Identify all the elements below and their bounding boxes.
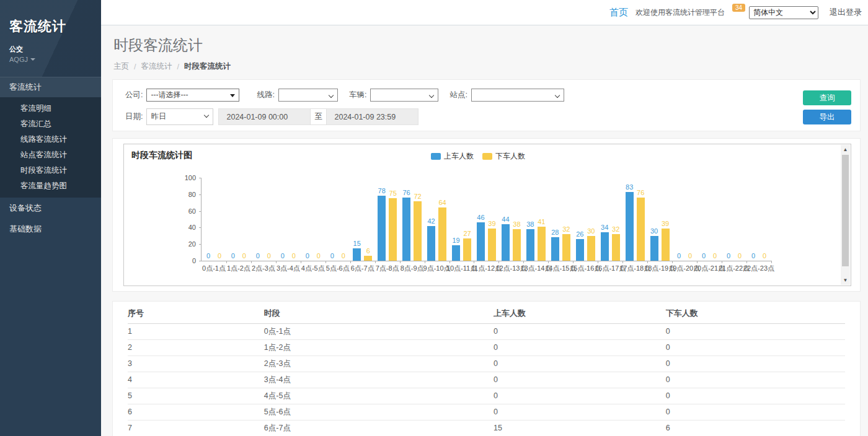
chart-vertical-scrollbar[interactable]: ▲ ▼ [841, 145, 850, 285]
bar-value-label: 0 [281, 252, 285, 259]
search-button[interactable]: 查询 [803, 90, 851, 105]
bar-value-label: 76 [637, 189, 644, 196]
sidebar-subitem[interactable]: 客流汇总 [0, 116, 101, 132]
hourly-stats-table: 序号 时段 上车人数 下车人数 10点-1点0021点-2点0032点-3点00… [128, 304, 845, 436]
vehicle-select[interactable] [370, 89, 438, 102]
bar-boarding[interactable] [526, 229, 534, 261]
y-axis-tick-label: 0 [192, 257, 196, 264]
bar-alighting[interactable] [612, 234, 620, 261]
scroll-up-arrow-icon[interactable]: ▲ [841, 145, 850, 154]
sidebar-item-base-data[interactable]: 基础数据 [0, 219, 101, 240]
bar-boarding[interactable] [452, 245, 460, 261]
chevron-down-icon [30, 58, 35, 61]
legend-item[interactable]: 下车人数 [482, 151, 525, 162]
breadcrumb-separator: / [177, 63, 179, 71]
bar-value-label: 0 [267, 252, 271, 259]
legend-item[interactable]: 上车人数 [431, 151, 474, 162]
bar-alighting[interactable] [438, 207, 446, 261]
col-header-period: 时段 [264, 304, 494, 323]
date-end-input[interactable]: 2024-01-09 23:59 [327, 108, 418, 125]
station-select[interactable] [471, 89, 564, 102]
bar-boarding[interactable] [551, 237, 559, 261]
bar-slot: 0 [215, 178, 223, 261]
bar-group: 005点-6点 [326, 178, 350, 261]
bar-slot: 0 [686, 178, 694, 261]
user-menu[interactable]: AQGJ [9, 56, 92, 63]
breadcrumb-home[interactable]: 主页 [113, 61, 129, 72]
sidebar-subitem[interactable]: 客流量趋势图 [0, 178, 101, 194]
bar-alighting[interactable] [414, 201, 422, 261]
x-axis-category-label: 7点-8点 [376, 264, 399, 273]
bar-value-label: 26 [576, 230, 583, 238]
sidebar-subitem[interactable]: 客流明细 [0, 101, 101, 116]
bar-boarding[interactable] [650, 236, 658, 261]
bar-value-label: 15 [353, 240, 361, 247]
sidebar-item-device-status[interactable]: 设备状态 [0, 198, 101, 219]
legend-label: 下车人数 [495, 151, 525, 162]
bar-slot: 0 [735, 178, 743, 261]
sidebar-subitem[interactable]: 站点客流统计 [0, 147, 101, 163]
table-cell: 0 [494, 372, 666, 388]
col-header-boarding: 上车人数 [494, 304, 666, 323]
bar-value-label: 64 [438, 199, 446, 206]
sidebar-subitem[interactable]: 线路客流统计 [0, 132, 101, 147]
bar-slot: 76 [402, 178, 410, 261]
date-start-input[interactable]: 2024-01-09 00:00 [218, 108, 310, 125]
bar-boarding[interactable] [477, 222, 485, 261]
sidebar-item-passenger-stats[interactable]: 客流统计 [0, 77, 101, 97]
bar-value-label: 0 [727, 252, 730, 259]
bar-slot: 39 [662, 178, 670, 261]
home-link[interactable]: 首页 [609, 7, 628, 19]
sidebar-subitem[interactable]: 时段客流统计 [0, 163, 101, 178]
bar-boarding[interactable] [601, 232, 609, 261]
content: 时段客流统计 主页 / 客流统计 / 时段客流统计 公司: ---请选择--- [101, 25, 868, 436]
company-select[interactable]: ---请选择--- [146, 89, 239, 102]
y-axis-tick [199, 194, 202, 195]
chevron-down-icon [555, 93, 560, 98]
breadcrumb-section[interactable]: 客流统计 [141, 61, 172, 72]
table-cell: 4点-5点 [264, 388, 494, 404]
bar-alighting[interactable] [637, 198, 645, 261]
bar-boarding[interactable] [402, 198, 410, 261]
app-logo-title: 客流统计 [0, 0, 101, 36]
bar-alighting[interactable] [364, 256, 372, 261]
bar-slot: 46 [477, 178, 485, 261]
bar-group: 0020点-21点 [697, 178, 722, 261]
bar-boarding[interactable] [502, 224, 510, 261]
bar-value-label: 44 [502, 216, 509, 223]
page-title: 时段客流统计 [113, 35, 859, 55]
date-preset-select[interactable]: 昨日 [146, 108, 213, 125]
logout-link[interactable]: 退出登录 [830, 7, 862, 18]
notification-badge[interactable]: 34 [732, 4, 745, 12]
bar-alighting[interactable] [488, 229, 496, 261]
bar-boarding[interactable] [626, 192, 634, 261]
language-select[interactable]: 简体中文 [749, 6, 818, 19]
bar-alighting[interactable] [389, 198, 397, 261]
scrollbar-thumb[interactable] [842, 155, 849, 266]
table-cell: 2 [128, 339, 264, 355]
bar-alighting[interactable] [513, 229, 521, 261]
bar-slot: 0 [254, 178, 262, 261]
bar-boarding[interactable] [378, 196, 386, 261]
bar-alighting[interactable] [463, 238, 471, 261]
bar-slot: 0 [240, 178, 248, 261]
bar-slot: 0 [265, 178, 273, 261]
export-button[interactable]: 导出 [803, 110, 851, 124]
bar-group: 42649点-10点 [425, 178, 450, 261]
welcome-text: 欢迎使用客流统计管理平台 [636, 7, 725, 18]
bar-value-label: 0 [677, 252, 681, 259]
bar-boarding[interactable] [427, 226, 435, 261]
bar-alighting[interactable] [562, 234, 570, 261]
scroll-down-arrow-icon[interactable]: ▼ [841, 276, 850, 285]
table-cell: 1点-2点 [264, 339, 494, 355]
table-cell: 7 [128, 420, 264, 436]
bar-boarding[interactable] [353, 248, 361, 261]
bar-alighting[interactable] [538, 227, 546, 261]
table-cell: 6 [128, 404, 264, 420]
filter-panel: 公司: ---请选择--- 线路: 车辆: [112, 79, 861, 131]
org-name: 公交 [9, 45, 92, 54]
bar-alighting[interactable] [587, 236, 595, 261]
bar-boarding[interactable] [576, 239, 584, 261]
line-select[interactable] [278, 89, 338, 102]
bar-alighting[interactable] [662, 229, 670, 261]
